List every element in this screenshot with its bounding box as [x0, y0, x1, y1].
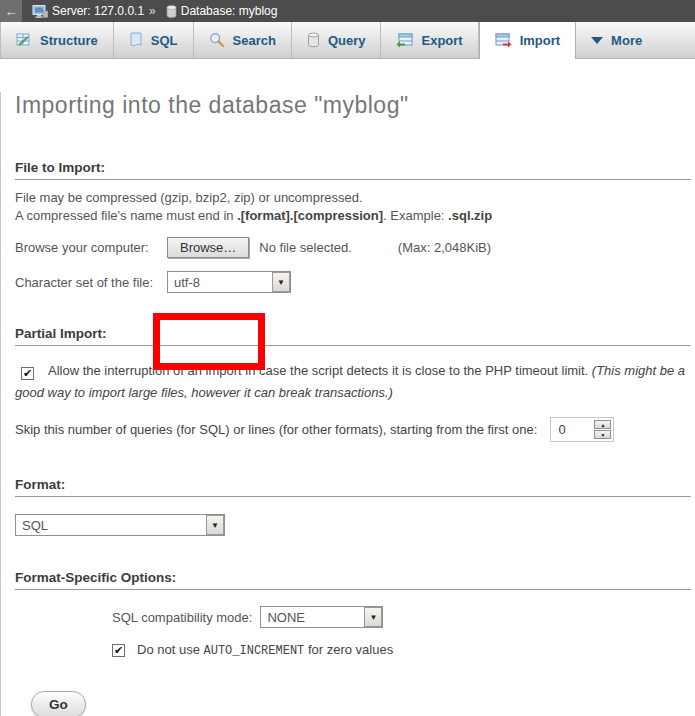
breadcrumb-server[interactable]: Server: 127.0.0.1 [52, 4, 144, 18]
tab-label: More [611, 33, 642, 48]
allow-interruption-row: ✔Allow the interruption of an import in … [15, 360, 691, 404]
skip-queries-row: Skip this number of queries (for SQL) or… [15, 417, 691, 442]
dropdown-arrow-icon: ▼ [364, 607, 382, 627]
tab-import[interactable]: Import [479, 22, 576, 59]
max-size-note: (Max: 2,048KiB) [398, 240, 491, 255]
tab-label: Import [520, 33, 560, 48]
skip-queries-label: Skip this number of queries (for SQL) or… [15, 422, 537, 437]
export-icon [396, 33, 413, 48]
section-heading-format-specific-options: Format-Specific Options: [15, 570, 691, 590]
auto-increment-row: ✔ Do not use AUTO_INCREMENT for zero val… [112, 642, 691, 658]
auto-increment-checkbox[interactable]: ✔ [112, 644, 125, 657]
structure-icon [16, 33, 32, 48]
spinner-up-button[interactable]: ▲ [594, 420, 611, 429]
charset-row: Character set of the file: utf-8 ▼ [15, 271, 691, 293]
tab-label: Search [233, 33, 276, 48]
compression-help-text: File may be compressed (gzip, bzip2, zip… [15, 189, 691, 225]
skip-queries-input[interactable]: 0 ▲ ▼ [550, 417, 614, 442]
section-heading-file-to-import: File to Import: [15, 160, 691, 180]
browse-file-row: Browse your computer: Browse… No file se… [15, 237, 691, 258]
format-select[interactable]: SQL ▼ [15, 514, 225, 536]
sql-compatibility-row: SQL compatibility mode: NONE ▼ [112, 606, 691, 628]
query-icon [307, 32, 320, 48]
import-icon [495, 33, 512, 48]
dropdown-arrow-icon: ▼ [272, 272, 290, 292]
charset-select[interactable]: utf-8 ▼ [167, 271, 291, 293]
sql-compatibility-select[interactable]: NONE ▼ [260, 606, 383, 628]
no-file-selected-text: No file selected. [259, 240, 352, 255]
import-page: Importing into the database "myblog" Fil… [0, 92, 695, 716]
search-icon [209, 32, 225, 48]
section-heading-partial-import: Partial Import: [15, 326, 691, 346]
tab-sql[interactable]: SQL [114, 22, 194, 58]
go-button[interactable]: Go [31, 691, 86, 716]
tab-bar: Structure SQL Search Query Export [0, 22, 695, 59]
charset-label: Character set of the file: [15, 275, 167, 290]
dropdown-arrow-icon: ▼ [206, 515, 224, 535]
tab-more[interactable]: More [576, 22, 657, 58]
auto-increment-label: Do not use AUTO_INCREMENT for zero value… [137, 642, 393, 658]
tab-export[interactable]: Export [381, 22, 478, 58]
sql-compatibility-label: SQL compatibility mode: [112, 610, 252, 625]
breadcrumb-separator: » [149, 4, 156, 18]
section-heading-format: Format: [15, 477, 691, 497]
tab-label: SQL [151, 33, 178, 48]
allow-interruption-checkbox[interactable]: ✔ [21, 367, 34, 380]
tab-structure[interactable]: Structure [0, 22, 114, 58]
database-icon [166, 5, 177, 18]
tab-label: Export [421, 33, 462, 48]
tab-query[interactable]: Query [292, 22, 382, 58]
back-arrow-icon: ← [5, 4, 18, 19]
tab-label: Query [328, 33, 366, 48]
page-title: Importing into the database "myblog" [15, 92, 691, 119]
topbar: ← Server: 127.0.0.1 » Database: myblog [0, 0, 695, 22]
tab-label: Structure [40, 33, 98, 48]
back-button[interactable]: ← [0, 0, 24, 22]
server-icon [32, 5, 48, 18]
browse-label: Browse your computer: [15, 240, 167, 255]
spinner-down-button[interactable]: ▼ [594, 430, 611, 439]
skip-queries-value: 0 [553, 422, 594, 437]
chevron-down-icon [591, 37, 603, 44]
breadcrumb-database[interactable]: Database: myblog [181, 4, 278, 18]
sql-icon [129, 32, 143, 48]
allow-interruption-label: Allow the interruption of an import in c… [48, 363, 592, 378]
browse-button[interactable]: Browse… [167, 237, 249, 258]
tab-search[interactable]: Search [194, 22, 292, 58]
